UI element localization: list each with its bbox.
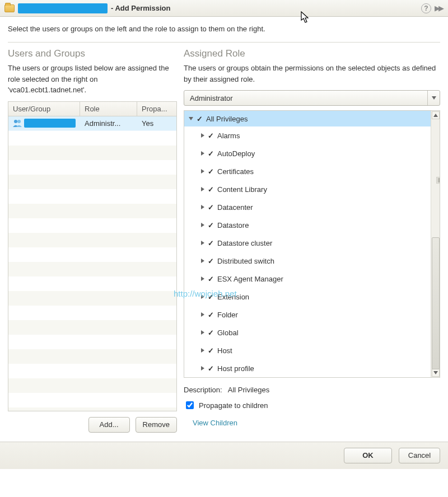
tree-item[interactable]: ✓ESX Agent Manager	[184, 270, 431, 288]
caret-right-icon	[201, 241, 204, 245]
remove-button[interactable]: Remove	[136, 417, 177, 433]
role-dropdown-label: Administrator	[184, 94, 427, 102]
propagate-label: Propagate to children	[199, 401, 268, 410]
check-icon: ✓	[197, 115, 203, 123]
tree-item-label: Host profile	[217, 364, 254, 373]
tree-item-label: Distributed switch	[217, 257, 274, 265]
tree-item-label: Alarms	[217, 132, 240, 140]
tree-root-all-privileges[interactable]: ✓ All Privileges	[184, 111, 431, 126]
propagate-checkbox[interactable]	[186, 401, 194, 409]
instruction-text: Select the users or groups on the left a…	[0, 17, 448, 39]
caret-right-icon	[201, 330, 204, 335]
caret-right-icon	[201, 348, 204, 353]
description-label: Description:	[184, 386, 222, 394]
resize-handle[interactable]	[436, 177, 440, 184]
check-icon: ✓	[208, 275, 214, 283]
tree-item-label: Datastore cluster	[217, 239, 272, 247]
check-icon: ✓	[208, 167, 214, 176]
scrollbar[interactable]	[431, 111, 440, 377]
tree-item-label: Host	[217, 346, 232, 355]
help-icon[interactable]: ?	[421, 3, 431, 13]
caret-right-icon	[201, 187, 204, 191]
check-icon: ✓	[208, 364, 214, 373]
users-groups-panel: Users and Groups The users or groups lis…	[8, 43, 177, 433]
caret-right-icon	[201, 312, 204, 317]
scroll-thumb[interactable]	[432, 237, 440, 369]
privileges-tree: ✓ All Privileges ✓Alarms✓AutoDeploy✓Cert…	[184, 110, 440, 378]
tree-item-label: Datacenter	[217, 203, 253, 212]
assigned-role-desc: The users or groups obtain the permissio…	[184, 63, 440, 85]
users-table: User/Group Role Propa...	[8, 101, 177, 411]
tree-item[interactable]: ✓Alarms	[184, 126, 431, 144]
tree-item[interactable]: ✓Content Library	[184, 180, 431, 198]
tree-item-label: Datastore	[217, 221, 249, 229]
svg-point-1	[17, 120, 21, 123]
caret-right-icon	[201, 205, 204, 209]
col-user-group[interactable]: User/Group	[8, 102, 80, 116]
tree-item[interactable]: ✓Extension	[184, 288, 431, 306]
tree-item[interactable]: ✓Host	[184, 341, 431, 359]
table-empty-rows	[8, 131, 176, 411]
title-redacted	[18, 3, 108, 13]
dialog-title: - Add Permission	[111, 4, 170, 12]
caret-right-icon	[201, 276, 204, 281]
check-icon: ✓	[208, 311, 214, 319]
scroll-up-icon[interactable]	[432, 111, 440, 119]
tree-item-label: AutoDeploy	[217, 149, 255, 158]
tree-item[interactable]: ✓Datacenter	[184, 198, 431, 216]
caret-right-icon	[201, 133, 204, 138]
caret-right-icon	[201, 294, 204, 299]
scroll-down-icon[interactable]	[432, 369, 440, 377]
tree-item[interactable]: ✓Host profile	[184, 359, 431, 377]
check-icon: ✓	[208, 185, 214, 194]
user-redacted	[24, 119, 76, 128]
chevron-down-icon	[427, 91, 440, 105]
tree-item[interactable]: ✓Certificates	[184, 162, 431, 180]
expand-icon[interactable]: ▶▶	[433, 3, 444, 13]
caret-right-icon	[201, 366, 204, 371]
description-value: All Privileges	[228, 386, 269, 394]
check-icon: ✓	[208, 257, 214, 265]
group-icon	[13, 119, 22, 127]
tree-item[interactable]: ✓Distributed switch	[184, 252, 431, 270]
check-icon: ✓	[208, 293, 214, 301]
dialog-footer: OK Cancel	[0, 442, 448, 469]
tree-item-label: Content Library	[217, 185, 267, 194]
tree-item[interactable]: ✓Global	[184, 323, 431, 341]
scroll-track[interactable]	[432, 120, 440, 368]
folder-icon	[4, 4, 15, 12]
check-icon: ✓	[208, 132, 214, 140]
tree-item-label: ESX Agent Manager	[217, 275, 283, 283]
role-dropdown[interactable]: Administrator	[184, 90, 440, 106]
add-button[interactable]: Add...	[88, 417, 130, 433]
col-propagate[interactable]: Propa...	[137, 102, 176, 116]
tree-item[interactable]: ✓Folder	[184, 306, 431, 323]
cell-propagate: Yes	[137, 119, 176, 128]
check-icon: ✓	[208, 346, 214, 355]
check-icon: ✓	[208, 239, 214, 247]
ok-button[interactable]: OK	[344, 448, 392, 463]
check-icon: ✓	[208, 221, 214, 229]
tree-root-label: All Privileges	[206, 115, 248, 123]
tree-item[interactable]: ✓Datastore	[184, 216, 431, 234]
assigned-role-heading: Assigned Role	[184, 48, 440, 59]
title-bar: - Add Permission ? ▶▶	[0, 0, 448, 17]
users-groups-desc: The users or groups listed below are ass…	[8, 63, 177, 96]
col-role[interactable]: Role	[80, 102, 137, 116]
check-icon: ✓	[208, 149, 214, 158]
svg-point-0	[14, 120, 17, 123]
cancel-button[interactable]: Cancel	[399, 448, 440, 463]
caret-right-icon	[201, 259, 204, 263]
view-children-link[interactable]: View Children	[193, 419, 440, 427]
caret-down-icon	[189, 117, 193, 120]
tree-item-label: Certificates	[217, 167, 254, 176]
table-row[interactable]: Administr... Yes	[8, 116, 176, 131]
tree-item[interactable]: ✓Datastore cluster	[184, 234, 431, 252]
assigned-role-panel: Assigned Role The users or groups obtain…	[184, 43, 440, 433]
tree-item[interactable]: ✓AutoDeploy	[184, 144, 431, 162]
caret-right-icon	[201, 151, 204, 156]
table-header: User/Group Role Propa...	[8, 102, 176, 116]
users-groups-heading: Users and Groups	[8, 48, 177, 59]
caret-right-icon	[201, 223, 204, 227]
description-row: Description: All Privileges	[184, 386, 440, 394]
